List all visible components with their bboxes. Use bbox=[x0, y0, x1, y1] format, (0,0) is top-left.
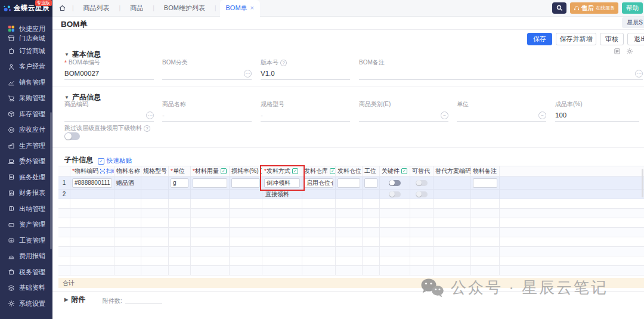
cell-warehouse[interactable] bbox=[302, 190, 336, 199]
cell-loss-rate[interactable] bbox=[230, 228, 262, 237]
cell-usage[interactable] bbox=[191, 176, 230, 190]
cell-material-code[interactable] bbox=[70, 247, 114, 256]
cell-material-code[interactable] bbox=[70, 228, 114, 237]
cell-key-part[interactable] bbox=[380, 199, 410, 209]
column-header-issue-mode[interactable]: *发料方式✓ bbox=[262, 166, 302, 176]
column-header-station[interactable]: 工位 bbox=[363, 166, 380, 176]
after-sales-service-button[interactable]: 售后 在线服务 bbox=[570, 2, 618, 14]
cell-warehouse[interactable] bbox=[302, 247, 336, 256]
field-input[interactable]: ⋯ bbox=[64, 112, 154, 122]
column-header-key-part[interactable]: 关键件✓ bbox=[380, 166, 410, 176]
cell-warehouse[interactable] bbox=[302, 209, 336, 218]
cell-bin[interactable] bbox=[336, 228, 363, 237]
column-header-material-name[interactable]: 物料名称 bbox=[114, 166, 141, 176]
column-header-row-no[interactable] bbox=[58, 166, 70, 176]
cell-material-code[interactable] bbox=[70, 256, 114, 266]
cell-unit[interactable]: g bbox=[169, 176, 191, 190]
cell-unit[interactable] bbox=[169, 209, 191, 218]
cell-unit[interactable] bbox=[169, 228, 191, 237]
search-icon[interactable] bbox=[552, 2, 566, 14]
cell-loss-rate[interactable] bbox=[230, 209, 262, 218]
cell-station[interactable] bbox=[363, 256, 380, 266]
help-button[interactable]: 帮助 bbox=[622, 2, 643, 14]
cell-unit[interactable] bbox=[169, 237, 191, 247]
cell-issue-mode[interactable] bbox=[262, 199, 302, 209]
cell-unit[interactable] bbox=[169, 247, 191, 256]
cell-remark[interactable] bbox=[471, 209, 500, 218]
cell-material-code[interactable]: #8888800111 bbox=[70, 176, 114, 190]
cell-material-code[interactable] bbox=[70, 199, 114, 209]
batch-edit-check-icon[interactable]: ✓ bbox=[221, 168, 227, 174]
toggle[interactable] bbox=[389, 191, 401, 197]
minus-circle-icon[interactable]: − bbox=[538, 112, 546, 119]
cell-material-code[interactable] bbox=[70, 190, 114, 199]
cell-key-part[interactable] bbox=[380, 228, 410, 237]
cell-key-part[interactable] bbox=[380, 209, 410, 218]
cell-plan-code[interactable] bbox=[434, 266, 471, 275]
cell-input[interactable] bbox=[473, 178, 497, 188]
ellipsis-circle-icon[interactable]: ⋯ bbox=[146, 112, 154, 119]
field-input[interactable]: ⋯ bbox=[359, 70, 643, 80]
column-header-loss-rate[interactable]: 损耗率(%)✓ bbox=[230, 166, 262, 176]
cell-material-name[interactable] bbox=[114, 199, 141, 209]
cell-station[interactable] bbox=[363, 228, 380, 237]
cell-usage[interactable] bbox=[191, 256, 230, 266]
cell-remark[interactable] bbox=[471, 256, 500, 266]
cell-bin[interactable] bbox=[336, 199, 363, 209]
cell-loss-rate[interactable] bbox=[230, 218, 262, 228]
cell-unit[interactable] bbox=[169, 199, 191, 209]
batch-edit-check-icon[interactable]: ✓ bbox=[292, 168, 298, 174]
cell-loss-rate[interactable] bbox=[230, 247, 262, 256]
field-input[interactable]: ⋯ bbox=[162, 70, 252, 80]
cell-usage[interactable] bbox=[191, 247, 230, 256]
cell-key-part[interactable] bbox=[380, 190, 410, 199]
sidebar-item-委外管理[interactable]: 委外管理 bbox=[0, 154, 52, 170]
cell-usage[interactable] bbox=[191, 209, 230, 218]
field-input[interactable]: − bbox=[359, 112, 448, 122]
cell-usage[interactable] bbox=[191, 199, 230, 209]
cell-key-part[interactable] bbox=[380, 218, 410, 228]
attachment-section-title[interactable]: ▶ 附件 bbox=[64, 295, 85, 305]
cell-row-no[interactable] bbox=[58, 237, 70, 247]
toggle[interactable] bbox=[389, 180, 401, 186]
home-icon[interactable] bbox=[56, 4, 69, 12]
column-header-plan-code[interactable]: 替代方案编码 bbox=[434, 166, 471, 176]
sidebar-item-客户经营[interactable]: 客户经营 bbox=[0, 59, 52, 75]
cell-station[interactable] bbox=[363, 176, 380, 190]
tab-商品列表[interactable]: 商品列表 bbox=[78, 0, 116, 17]
toggle[interactable] bbox=[416, 180, 428, 186]
sidebar-item-库存管理[interactable]: 库存管理 bbox=[0, 106, 52, 122]
cell-usage[interactable] bbox=[191, 237, 230, 247]
cell-issue-mode[interactable] bbox=[262, 266, 302, 275]
cell-issue-mode[interactable] bbox=[262, 209, 302, 218]
cell-station[interactable] bbox=[363, 199, 380, 209]
cell-unit[interactable] bbox=[169, 256, 191, 266]
sidebar-item-工资管理[interactable]: 工资管理 bbox=[0, 233, 52, 249]
cell-row-no[interactable] bbox=[58, 209, 70, 218]
cell-key-part[interactable] bbox=[380, 256, 410, 266]
cell-material-name[interactable] bbox=[114, 209, 141, 218]
cell-spec[interactable] bbox=[141, 256, 169, 266]
cell-bin[interactable] bbox=[336, 266, 363, 275]
cell-loss-rate[interactable] bbox=[230, 199, 262, 209]
sidebar-scrollbar[interactable] bbox=[50, 112, 52, 249]
cell-plan-code[interactable] bbox=[434, 218, 471, 228]
cell-replaceable[interactable] bbox=[410, 190, 434, 199]
scan-icon[interactable]: 扫码 bbox=[100, 168, 114, 175]
cell-warehouse[interactable] bbox=[302, 266, 336, 275]
batch-edit-check-icon[interactable]: ✓ bbox=[401, 168, 407, 174]
cell-input[interactable]: 倒冲领料 bbox=[264, 178, 300, 188]
sidebar-item-财务报表[interactable]: 财务报表 bbox=[0, 185, 52, 202]
cell-material-name[interactable]: 赠品酒 bbox=[114, 176, 141, 190]
sidebar-item-出纳管理[interactable]: 出纳管理 bbox=[0, 201, 52, 217]
cell-plan-code[interactable] bbox=[434, 247, 471, 256]
cell-usage[interactable] bbox=[191, 266, 230, 275]
cell-replaceable[interactable] bbox=[410, 209, 434, 218]
field-input[interactable]: - bbox=[162, 112, 252, 122]
cell-spec[interactable] bbox=[141, 237, 169, 247]
sidebar-item-账务处理[interactable]: 账务处理 bbox=[0, 169, 52, 185]
field-input[interactable]: 100 bbox=[555, 112, 639, 122]
cell-row-no[interactable]: 1 bbox=[58, 176, 70, 190]
cell-material-code[interactable] bbox=[70, 218, 114, 228]
cell-plan-code[interactable] bbox=[434, 176, 471, 190]
